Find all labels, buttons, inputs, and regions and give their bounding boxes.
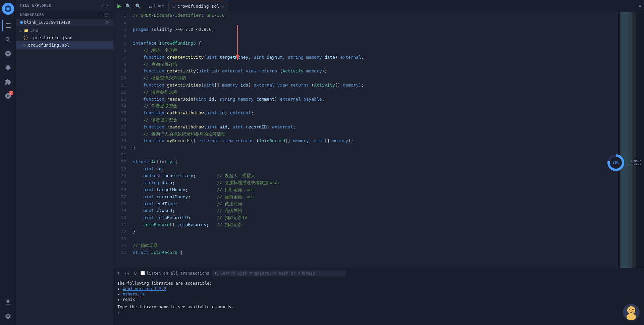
search-input[interactable] (221, 271, 344, 276)
zoom-in-button[interactable]: 🔍 (124, 2, 132, 10)
line-code: uint endTime; // 截止时间 (130, 201, 617, 208)
character-svg (621, 302, 641, 322)
table-row: 11 function getActivities(uint[] memory … (113, 82, 617, 89)
tab-home[interactable]: ⌂ Home (145, 0, 169, 12)
tab-close-button[interactable]: ✕ (221, 4, 224, 8)
table-row: 1 // SPDX-License-Identifier: GPL-3.0 (113, 12, 617, 19)
new-file-icon[interactable]: ◻ (20, 29, 22, 33)
home-tab-icon: ⌂ (149, 3, 152, 9)
line-number: 14 (113, 103, 130, 110)
notification-badge: 2 (9, 91, 13, 95)
transaction-search-bar (212, 270, 346, 276)
line-code: // 批量查询众筹详情 (130, 75, 617, 82)
debug-activity-icon[interactable] (2, 62, 14, 74)
table-row: 13 function readerJoin(uint id, string m… (113, 96, 617, 103)
history-button[interactable]: ◷ (124, 270, 130, 276)
web3-link[interactable]: web3 version 1.5.2 (123, 286, 166, 291)
line-number: 3 (113, 26, 130, 33)
extensions-activity-icon[interactable] (2, 76, 14, 88)
line-code: bool closed; // 是否关闭 (130, 207, 617, 214)
line-code: uint currentMoney; // 当前金额，wei (130, 194, 617, 201)
deploy-activity-icon[interactable] (2, 296, 14, 308)
line-number: 18 (113, 131, 130, 138)
table-row: 28 uint endTime; // 截止时间 (113, 201, 617, 208)
line-number: 17 (113, 124, 130, 131)
line-number: 15 (113, 110, 130, 117)
workspace-item[interactable]: blank_1673259410429 ⟳ (16, 19, 113, 26)
table-row: 29 bool closed; // 是否关闭 (113, 207, 617, 214)
code-container[interactable]: 1 // SPDX-License-Identifier: GPL-3.0 2 … (113, 12, 617, 268)
editor-wrapper: 1 // SPDX-License-Identifier: GPL-3.0 2 … (113, 12, 644, 268)
search-activity-icon[interactable] (2, 34, 14, 46)
line-code: // 读者退回资金 (130, 117, 617, 124)
forward-icon[interactable]: › (106, 3, 109, 8)
line-code: // 捐款记录 (130, 242, 617, 249)
table-row: 7 function createActivity(uint targetMon… (113, 54, 617, 61)
line-number: 1 (113, 12, 130, 19)
menu-icon[interactable]: ☰ (105, 12, 109, 17)
line-number: 25 (113, 179, 130, 186)
table-row: 6 // 发起一个众筹 (113, 47, 617, 54)
git-activity-icon[interactable] (2, 48, 14, 60)
file-item-prettierrc[interactable]: {} .prettierrc.json (16, 34, 113, 41)
line-number: 2 (113, 19, 130, 26)
ethers-link[interactable]: ethers.js (123, 292, 145, 296)
svg-point-7 (627, 314, 636, 320)
plugin-activity-icon[interactable]: 2 (2, 90, 14, 102)
line-number: 6 (113, 47, 130, 54)
table-row: 14 // 作者提取资金 (113, 103, 617, 110)
check-icon[interactable]: ✓ (101, 3, 104, 8)
table-row: 2 (113, 19, 617, 26)
line-number: 16 (113, 117, 130, 124)
main-area: ▶ 🔍 🔍 ⌂ Home ◇ crowdfunding.sol ✕ ⇔ (113, 0, 644, 325)
table-row: 33 (113, 235, 617, 242)
listen-checkbox: listen on all transactions (141, 271, 209, 276)
tab-home-label: Home (154, 3, 164, 8)
net-down: ↓ 0.4t/s (627, 163, 641, 166)
svg-point-6 (627, 306, 635, 314)
git-file-icon[interactable]: ⎇ (30, 29, 34, 33)
tab-controls: ▶ 🔍 🔍 (113, 1, 145, 10)
zoom-out-button[interactable]: 🔍 (134, 2, 142, 10)
line-code (130, 19, 617, 26)
prompt-arrow: › (117, 311, 120, 315)
table-row: 30 uint joinRecordID; // 捐款记录Id (113, 214, 617, 221)
settings-activity-icon[interactable] (2, 310, 14, 322)
line-code: } (130, 145, 617, 152)
run-button[interactable]: ▶ (116, 1, 123, 10)
table-row: 21 (113, 152, 617, 159)
copy-icon[interactable]: ⧉ (36, 29, 38, 33)
line-code: interface ICrowdfunding3 { (130, 40, 617, 47)
terminal-line1: The following libraries are accessible: (117, 281, 640, 286)
tab-crowdfunding[interactable]: ◇ crowdfunding.sol ✕ (169, 0, 228, 12)
files-activity-icon[interactable] (2, 19, 14, 32)
bottom-character (621, 302, 641, 322)
add-workspace-icon[interactable]: + (101, 12, 103, 17)
line-code: // SPDX-License-Identifier: GPL-3.0 (130, 12, 617, 19)
line-code: uint id; (130, 166, 617, 173)
line-code: struct JoinRecord { (130, 249, 617, 256)
bottom-panel: ▾ ◷ 0 listen on all transactions The fol… (113, 268, 644, 325)
line-number: 20 (113, 145, 130, 152)
net-up: ↑ 0t/s (627, 159, 641, 163)
line-code: struct Activity { (130, 159, 617, 166)
line-number: 9 (113, 68, 130, 75)
line-code: // 读者参与众筹 (130, 89, 617, 96)
bottom-toolbar: ▾ ◷ 0 listen on all transactions (113, 268, 644, 278)
new-folder-icon[interactable]: 📁 (24, 29, 29, 33)
count-button[interactable]: 0 (133, 270, 138, 276)
line-number: 28 (113, 201, 130, 208)
line-code: function createActivity(uint targetMoney… (130, 54, 617, 61)
line-code: function getActivity(uint id) external v… (130, 68, 617, 75)
cpu-usage-circle: 78% (607, 154, 624, 171)
file-item-crowdfunding[interactable]: ◇ crowdfunding.sol (16, 41, 113, 49)
resource-monitor: 78% ↑ 0t/s ↓ 0.4t/s (605, 152, 644, 174)
json-file-icon: {} (23, 35, 29, 40)
split-editor-button[interactable]: ⇔ (636, 3, 644, 8)
code-table: 1 // SPDX-License-Identifier: GPL-3.0 2 … (113, 12, 617, 256)
table-row: 19 function myRecords() external view re… (113, 138, 617, 145)
listen-checkbox-input[interactable] (141, 271, 145, 275)
collapse-panel-button[interactable]: ▾ (116, 270, 121, 276)
minimap-content (618, 12, 644, 268)
line-number: 24 (113, 172, 130, 179)
